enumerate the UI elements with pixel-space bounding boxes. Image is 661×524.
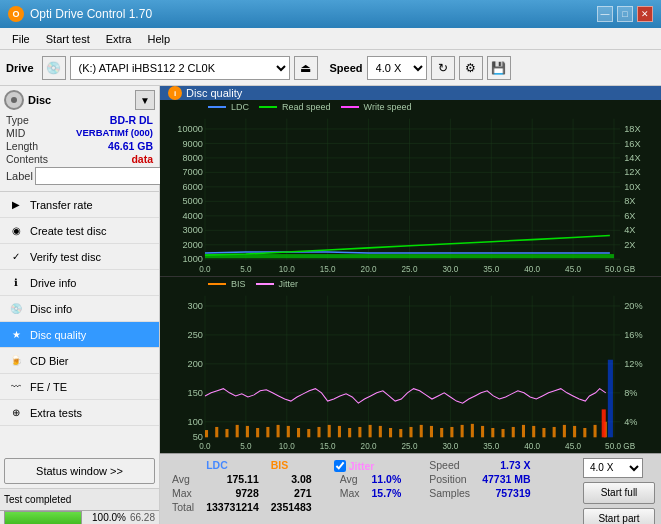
svg-rect-123 (522, 425, 525, 437)
chart2-wrapper: 300 250 200 150 100 50 20% 16% 12% 8% 4% (160, 277, 661, 453)
disc-info-icon: 💿 (8, 301, 24, 317)
svg-text:25.0: 25.0 (402, 441, 418, 450)
sidebar-item-fe-te[interactable]: 〰 FE / TE (0, 374, 159, 400)
sidebar-item-extra-tests[interactable]: ⊕ Extra tests (0, 400, 159, 426)
svg-text:10000: 10000 (177, 124, 203, 134)
legend-bis: BIS (208, 279, 246, 289)
refresh-btn[interactable]: ↻ (431, 56, 455, 80)
svg-rect-95 (236, 425, 239, 437)
svg-rect-104 (328, 425, 331, 437)
save-btn[interactable]: 💾 (487, 56, 511, 80)
svg-text:250: 250 (188, 330, 203, 340)
svg-rect-92 (205, 430, 208, 437)
svg-text:12X: 12X (624, 167, 640, 177)
disc-mid-row: MID VERBATIMf (000) (6, 127, 153, 139)
sidebar-item-drive-info[interactable]: ℹ Drive info (0, 270, 159, 296)
svg-text:40.0: 40.0 (524, 265, 540, 274)
close-button[interactable]: ✕ (637, 6, 653, 22)
svg-text:20.0: 20.0 (361, 441, 377, 450)
menu-start-test[interactable]: Start test (38, 31, 98, 47)
sidebar-item-verify-test-disc[interactable]: ✓ Verify test disc (0, 244, 159, 270)
menu-file[interactable]: File (4, 31, 38, 47)
svg-rect-98 (266, 427, 269, 437)
svg-text:1000: 1000 (182, 254, 202, 264)
sidebar-item-disc-info[interactable]: 💿 Disc info (0, 296, 159, 322)
jitter-checkbox[interactable] (334, 460, 346, 472)
svg-rect-129 (583, 428, 586, 437)
sidebar: Disc ▼ Type BD-R DL MID VERBATIMf (000) … (0, 86, 160, 524)
svg-text:30.0: 30.0 (442, 265, 458, 274)
svg-text:6X: 6X (624, 211, 635, 221)
action-buttons: 4.0 X Start full Start part (583, 458, 655, 524)
status-window-button[interactable]: Status window >> (4, 458, 155, 484)
svg-text:4X: 4X (624, 225, 635, 235)
sidebar-item-cd-bier[interactable]: 🍺 CD Bier (0, 348, 159, 374)
svg-rect-107 (358, 427, 361, 437)
sidebar-item-create-test-disc[interactable]: ◉ Create test disc (0, 218, 159, 244)
svg-text:8X: 8X (624, 196, 635, 206)
disc-contents-row: Contents data (6, 153, 153, 165)
svg-text:150: 150 (188, 388, 203, 398)
legend-write-speed: Write speed (341, 102, 412, 112)
svg-rect-114 (430, 426, 433, 437)
start-part-button[interactable]: Start part (583, 508, 655, 524)
svg-text:16X: 16X (624, 138, 640, 148)
svg-rect-106 (348, 428, 351, 437)
disc-icon (4, 90, 24, 110)
svg-text:0.0: 0.0 (199, 441, 211, 450)
titlebar: O Opti Drive Control 1.70 — □ ✕ (0, 0, 661, 28)
start-full-button[interactable]: Start full (583, 482, 655, 504)
svg-text:12%: 12% (624, 359, 642, 369)
speed-select[interactable]: 4.0 X (367, 56, 427, 80)
svg-text:15.0: 15.0 (320, 441, 336, 450)
minimize-button[interactable]: — (597, 6, 613, 22)
fe-te-icon: 〰 (8, 379, 24, 395)
svg-text:7000: 7000 (182, 167, 202, 177)
svg-text:2X: 2X (624, 240, 635, 250)
speed-stats: Speed 1.73 X Position 47731 MB Samples 7… (423, 458, 536, 524)
svg-rect-130 (594, 425, 597, 437)
svg-text:18X: 18X (624, 124, 640, 134)
ldc-bis-stats: LDC BIS Avg 175.11 3.08 Max 9728 (166, 458, 318, 524)
drive-select[interactable]: (K:) ATAPI iHBS112 2 CL0K (70, 56, 290, 80)
extra-tests-icon: ⊕ (8, 405, 24, 421)
svg-rect-103 (317, 427, 320, 437)
sidebar-item-transfer-rate[interactable]: ▶ Transfer rate (0, 192, 159, 218)
sidebar-item-disc-quality[interactable]: ★ Disc quality (0, 322, 159, 348)
disc-section: Disc ▼ Type BD-R DL MID VERBATIMf (000) … (0, 86, 159, 192)
svg-text:4%: 4% (624, 417, 637, 427)
svg-rect-122 (512, 427, 515, 437)
speed-quality-select[interactable]: 4.0 X (583, 458, 643, 478)
svg-rect-93 (215, 427, 218, 437)
maximize-button[interactable]: □ (617, 6, 633, 22)
main-layout: Disc ▼ Type BD-R DL MID VERBATIMf (000) … (0, 86, 661, 524)
create-icon: ◉ (8, 223, 24, 239)
drive-icon-btn[interactable]: 💿 (42, 56, 66, 80)
svg-rect-127 (563, 425, 566, 437)
svg-rect-117 (461, 425, 464, 437)
svg-rect-105 (338, 426, 341, 437)
drive-label: Drive (6, 62, 34, 74)
disc-header: Disc ▼ (4, 90, 155, 110)
progress-area: Test completed (0, 488, 159, 510)
stats-table: LDC BIS Avg 175.11 3.08 Max 9728 (166, 458, 318, 514)
stats-bar: LDC BIS Avg 175.11 3.08 Max 9728 (160, 453, 661, 524)
svg-rect-0 (160, 100, 661, 276)
svg-rect-118 (471, 424, 474, 437)
label-input[interactable] (35, 167, 168, 185)
svg-rect-132 (602, 409, 606, 437)
eject-btn[interactable]: ⏏ (294, 56, 318, 80)
svg-text:20%: 20% (624, 301, 642, 311)
menu-extra[interactable]: Extra (98, 31, 140, 47)
settings-btn[interactable]: ⚙ (459, 56, 483, 80)
disc-options-btn[interactable]: ▼ (135, 90, 155, 110)
svg-rect-97 (256, 428, 259, 437)
svg-rect-110 (389, 428, 392, 437)
chart2-legend: BIS Jitter (208, 279, 298, 289)
svg-rect-126 (553, 427, 556, 437)
progress-bar-row: 100.0% 66.28 (0, 510, 159, 524)
menu-help[interactable]: Help (139, 31, 178, 47)
svg-rect-121 (501, 429, 504, 437)
svg-text:5.0: 5.0 (240, 441, 252, 450)
svg-text:50.0 GB: 50.0 GB (605, 265, 635, 274)
